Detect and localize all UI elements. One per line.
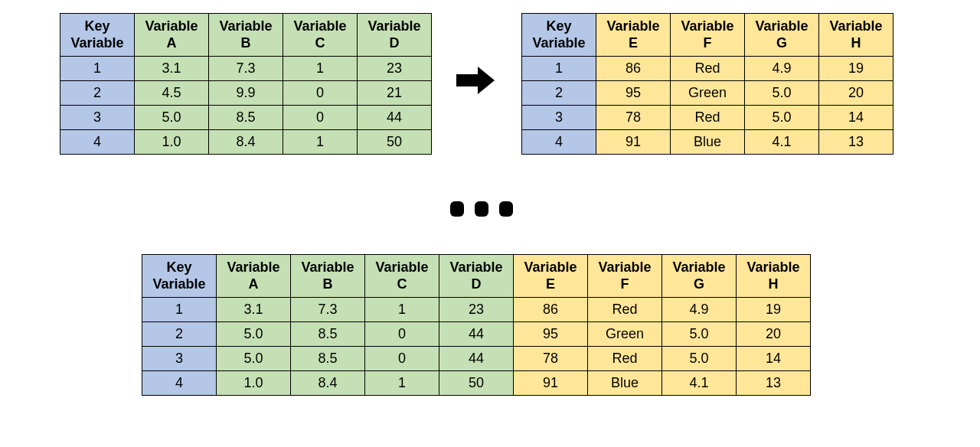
cell: Green xyxy=(588,322,662,347)
cell: 5.0 xyxy=(662,347,737,371)
cell: 5.0 xyxy=(745,106,819,130)
cell: 23 xyxy=(439,298,514,322)
table-row: 1 3.1 7.3 1 23 xyxy=(60,57,432,81)
cell: 1.0 xyxy=(217,371,291,396)
cell-key: 3 xyxy=(522,106,596,130)
header-var-b: VariableB xyxy=(209,14,283,57)
cell: 3.1 xyxy=(135,57,209,81)
header-var-g: VariableG xyxy=(745,14,819,57)
cell-key: 2 xyxy=(60,81,135,106)
cell-key: 2 xyxy=(522,81,596,106)
cell: 1 xyxy=(283,130,358,155)
table-row: 3 5.0 8.5 0 44 xyxy=(60,106,432,130)
cell: 5.0 xyxy=(217,347,291,371)
cell: 4.1 xyxy=(745,130,819,155)
cell: 19 xyxy=(737,298,811,322)
merged-table: KeyVariable VariableA VariableB Variable… xyxy=(142,254,811,396)
table-header-row: KeyVariable VariableE VariableF Variable… xyxy=(522,14,893,57)
cell: 3.1 xyxy=(217,298,291,322)
cell: 1.0 xyxy=(135,130,209,155)
cell: 5.0 xyxy=(745,81,819,106)
header-key: KeyVariable xyxy=(142,255,217,298)
cell: 50 xyxy=(358,130,432,155)
cell: 4.1 xyxy=(662,371,737,396)
cell: 86 xyxy=(596,57,671,81)
header-var-c: VariableC xyxy=(365,255,439,298)
cell: 21 xyxy=(358,81,432,106)
cell: 14 xyxy=(737,347,811,371)
cell: 4.9 xyxy=(662,298,737,322)
cell: Blue xyxy=(588,371,662,396)
cell: Red xyxy=(671,57,745,81)
header-var-f: VariableF xyxy=(588,255,662,298)
cell: 78 xyxy=(596,106,671,130)
cell: 9.9 xyxy=(209,81,283,106)
cell-key: 1 xyxy=(60,57,135,81)
dot-icon xyxy=(499,201,513,217)
cell: 20 xyxy=(819,81,893,106)
cell: 8.4 xyxy=(291,371,365,396)
header-var-a: VariableA xyxy=(135,14,209,57)
table-header-row: KeyVariable VariableA VariableB Variable… xyxy=(142,255,811,298)
header-key: KeyVariable xyxy=(60,14,135,57)
dot-icon xyxy=(450,201,464,217)
header-var-b: VariableB xyxy=(291,255,365,298)
cell: 23 xyxy=(358,57,432,81)
cell: Blue xyxy=(671,130,745,155)
cell: 4.9 xyxy=(745,57,819,81)
table-header-row: KeyVariable VariableA VariableB Variable… xyxy=(60,14,432,57)
header-var-f: VariableF xyxy=(671,14,745,57)
cell: 0 xyxy=(283,106,358,130)
cell: 0 xyxy=(365,322,439,347)
cell-key: 4 xyxy=(60,130,135,155)
table-row: 1 86 Red 4.9 19 xyxy=(522,57,893,81)
cell-key: 3 xyxy=(60,106,135,130)
arrow-right-icon xyxy=(456,65,495,96)
header-var-e: VariableE xyxy=(514,255,588,298)
cell: 14 xyxy=(819,106,893,130)
cell-key: 3 xyxy=(142,347,217,371)
cell: 44 xyxy=(439,347,514,371)
header-var-d: VariableD xyxy=(439,255,514,298)
source-table-left: KeyVariable VariableA VariableB Variable… xyxy=(60,13,432,155)
cell-key: 1 xyxy=(522,57,596,81)
cell: 1 xyxy=(365,371,439,396)
cell: 8.5 xyxy=(291,347,365,371)
table-row: 3 78 Red 5.0 14 xyxy=(522,106,893,130)
cell: 7.3 xyxy=(291,298,365,322)
cell: Red xyxy=(671,106,745,130)
cell: 5.0 xyxy=(662,322,737,347)
header-var-h: VariableH xyxy=(737,255,811,298)
table-row: 4 1.0 8.4 1 50 xyxy=(60,130,432,155)
cell: 78 xyxy=(514,347,588,371)
cell-key: 4 xyxy=(522,130,596,155)
header-var-h: VariableH xyxy=(819,14,893,57)
header-var-e: VariableE xyxy=(596,14,671,57)
table-row: 1 3.1 7.3 1 23 86 Red 4.9 19 xyxy=(142,298,811,322)
cell: 0 xyxy=(365,347,439,371)
table-row: 4 1.0 8.4 1 50 91 Blue 4.1 13 xyxy=(142,371,811,396)
cell: 44 xyxy=(358,106,432,130)
cell: Red xyxy=(588,347,662,371)
cell-key: 2 xyxy=(142,322,217,347)
cell: 44 xyxy=(439,322,514,347)
cell: 91 xyxy=(596,130,671,155)
header-var-c: VariableC xyxy=(283,14,358,57)
table-row: 4 91 Blue 4.1 13 xyxy=(522,130,893,155)
source-table-right: KeyVariable VariableE VariableF Variable… xyxy=(521,13,893,155)
header-var-d: VariableD xyxy=(358,14,432,57)
cell: 95 xyxy=(514,322,588,347)
table-row: 3 5.0 8.5 0 44 78 Red 5.0 14 xyxy=(142,347,811,371)
cell-key: 1 xyxy=(142,298,217,322)
cell: 86 xyxy=(514,298,588,322)
header-key: KeyVariable xyxy=(522,14,596,57)
cell: 1 xyxy=(365,298,439,322)
ellipsis-icon xyxy=(450,201,513,217)
cell: 8.5 xyxy=(209,106,283,130)
table-row: 2 4.5 9.9 0 21 xyxy=(60,81,432,106)
cell: 5.0 xyxy=(135,106,209,130)
cell: 13 xyxy=(737,371,811,396)
cell-key: 4 xyxy=(142,371,217,396)
cell: 4.5 xyxy=(135,81,209,106)
cell: Red xyxy=(588,298,662,322)
